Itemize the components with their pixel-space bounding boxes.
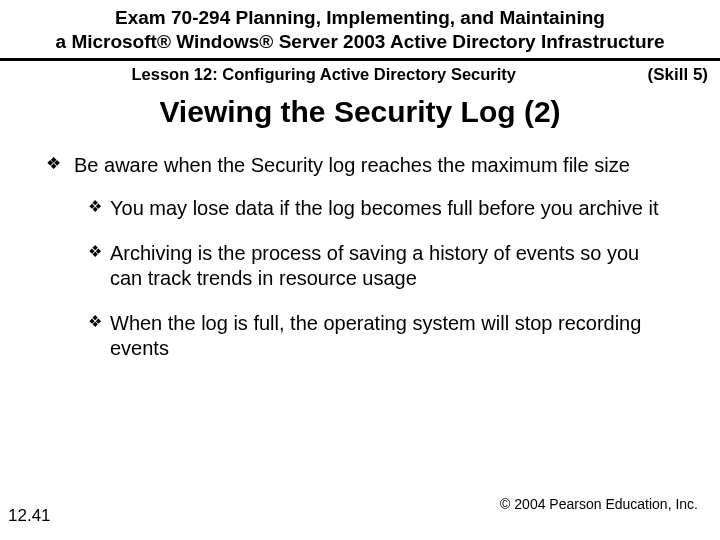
slide-title: Viewing the Security Log (2) (0, 95, 720, 129)
slide: Exam 70-294 Planning, Implementing, and … (0, 0, 720, 540)
header-line2: a Microsoft® Windows® Server 2003 Active… (20, 30, 700, 54)
page-number: 12.41 (8, 506, 51, 526)
diamond-bullet-icon: ❖ (88, 312, 102, 332)
diamond-bullet-icon: ❖ (46, 153, 61, 174)
diamond-bullet-icon: ❖ (88, 197, 102, 217)
course-header: Exam 70-294 Planning, Implementing, and … (0, 0, 720, 61)
diamond-bullet-icon: ❖ (88, 242, 102, 262)
bullet-sub2-text: Archiving is the process of saving a his… (110, 242, 639, 289)
bullet-sub3: ❖ When the log is full, the operating sy… (88, 311, 674, 361)
bullet-sub2: ❖ Archiving is the process of saving a h… (88, 241, 674, 291)
bullet-sub1-text: You may lose data if the log becomes ful… (110, 197, 658, 219)
bullet-sub1: ❖ You may lose data if the log becomes f… (88, 196, 674, 221)
content-area: ❖ Be aware when the Security log reaches… (0, 129, 720, 361)
bullet-main: ❖ Be aware when the Security log reaches… (46, 153, 674, 178)
bullet-main-text: Be aware when the Security log reaches t… (74, 154, 630, 176)
lesson-label: Lesson 12: Configuring Active Directory … (0, 65, 648, 84)
subheader-row: Lesson 12: Configuring Active Directory … (0, 61, 720, 89)
copyright-text: © 2004 Pearson Education, Inc. (500, 496, 698, 512)
skill-label: (Skill 5) (648, 65, 708, 85)
sub-bullets: ❖ You may lose data if the log becomes f… (46, 196, 674, 361)
bullet-sub3-text: When the log is full, the operating syst… (110, 312, 641, 359)
header-line1: Exam 70-294 Planning, Implementing, and … (20, 6, 700, 30)
